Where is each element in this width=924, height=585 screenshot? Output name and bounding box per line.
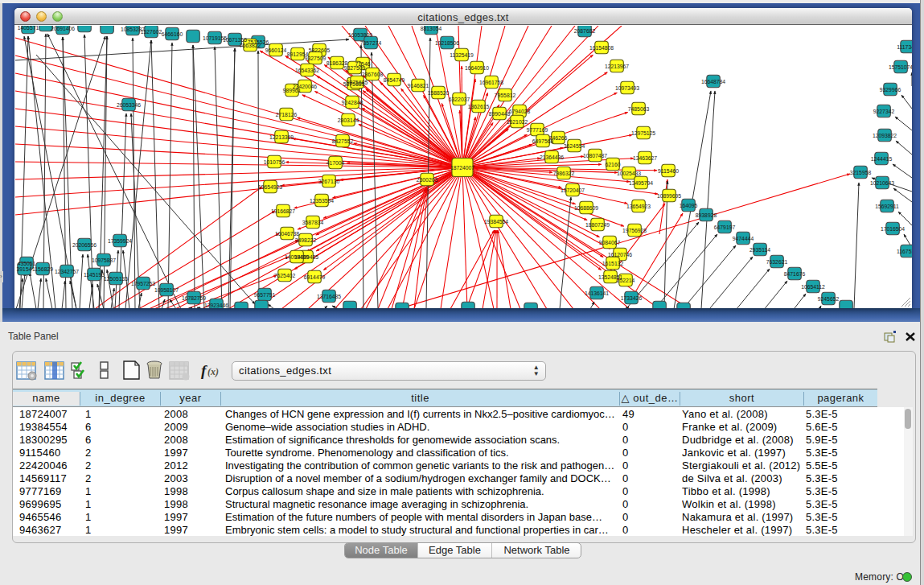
svg-text:2087682: 2087682 (574, 28, 596, 34)
svg-text:9660124: 9660124 (265, 47, 287, 53)
svg-text:16120746: 16120746 (608, 252, 632, 257)
svg-text:19756928: 19756928 (622, 228, 647, 233)
svg-text:9242848: 9242848 (342, 100, 363, 105)
svg-text:18724007: 18724007 (450, 165, 474, 171)
svg-text:f: f (201, 362, 207, 379)
svg-text:7485063: 7485063 (628, 106, 650, 112)
svg-text:1621022: 1621022 (507, 119, 528, 125)
svg-text:1010756: 1010756 (264, 159, 285, 165)
svg-text:10899695: 10899695 (657, 193, 681, 199)
svg-text:1145193: 1145193 (84, 272, 105, 278)
svg-text:14136141: 14136141 (585, 290, 609, 296)
svg-text:19654923: 19654923 (258, 184, 282, 190)
svg-text:1362615: 1362615 (468, 104, 490, 109)
svg-text:20206556: 20206556 (72, 242, 97, 248)
svg-text:17359924: 17359924 (108, 238, 132, 244)
svg-text:435051: 435051 (18, 261, 36, 266)
svg-text:1167534: 1167534 (897, 249, 912, 254)
svg-text:10975887: 10975887 (92, 257, 116, 263)
svg-text:9875685: 9875685 (347, 80, 368, 85)
svg-text:16782759: 16782759 (182, 295, 206, 301)
svg-text:6466160: 6466160 (162, 31, 183, 37)
svg-text:3624554: 3624554 (564, 143, 585, 149)
svg-text:9777169: 9777169 (527, 127, 548, 133)
svg-text:18807249: 18807249 (585, 222, 610, 228)
svg-text:10807487: 10807487 (583, 153, 607, 159)
svg-text:62160: 62160 (606, 162, 621, 167)
svg-text:12353594: 12353594 (310, 198, 334, 204)
svg-text:10973493: 10973493 (615, 85, 639, 91)
svg-text:10210643: 10210643 (870, 180, 894, 186)
svg-text:9327509: 9327509 (344, 65, 366, 71)
svg-text:13463627: 13463627 (633, 155, 657, 161)
svg-text:2803144: 2803144 (338, 117, 359, 123)
svg-text:17957253: 17957253 (131, 281, 155, 286)
svg-text:(x): (x) (207, 366, 219, 377)
svg-text:12342757: 12342757 (55, 269, 79, 274)
svg-text:39154: 39154 (17, 266, 32, 272)
svg-text:9474444: 9474444 (733, 236, 754, 241)
svg-text:6794028: 6794028 (509, 109, 531, 114)
svg-text:746266: 746266 (549, 135, 568, 141)
svg-text:7625402: 7625402 (274, 273, 296, 278)
svg-text:8990448: 8990448 (489, 111, 511, 117)
svg-text:1527602: 1527602 (141, 29, 162, 35)
svg-text:2867608: 2867608 (362, 72, 384, 77)
svg-text:2718126: 2718126 (276, 112, 298, 117)
svg-text:20691406: 20691406 (51, 26, 75, 31)
svg-text:164095: 164095 (680, 203, 698, 208)
svg-text:9146821: 9146821 (408, 83, 429, 89)
svg-text:19166827: 19166827 (271, 208, 295, 214)
svg-text:9227342: 9227342 (873, 109, 895, 114)
svg-text:1733426: 1733426 (621, 295, 643, 301)
svg-text:7663822: 7663822 (240, 43, 261, 48)
svg-text:9329966: 9329966 (880, 87, 901, 93)
svg-text:7857274: 7857274 (360, 40, 382, 46)
svg-text:12505135: 12505135 (104, 276, 128, 282)
svg-text:26053346: 26053346 (117, 102, 141, 108)
svg-text:12975125: 12975125 (631, 130, 655, 136)
svg-text:6914479: 6914479 (304, 274, 326, 280)
svg-text:16053809: 16053809 (348, 32, 372, 38)
svg-text:12923446: 12923446 (204, 303, 228, 308)
svg-text:9657791: 9657791 (254, 292, 276, 298)
svg-text:16543362: 16543362 (295, 68, 319, 73)
svg-text:1156829: 1156829 (32, 266, 53, 272)
svg-text:7955812: 7955812 (495, 93, 516, 98)
svg-text:3267130: 3267130 (318, 179, 340, 184)
svg-text:7986322: 7986322 (553, 171, 575, 176)
svg-text:21364436: 21364436 (540, 154, 564, 160)
svg-text:11325419: 11325419 (450, 52, 474, 58)
svg-text:13716485: 13716485 (317, 294, 341, 299)
svg-text:10958107: 10958107 (154, 287, 179, 293)
svg-text:1244415: 1244415 (871, 156, 893, 162)
svg-text:9084067: 9084067 (599, 240, 621, 245)
svg-text:17016504: 17016504 (881, 226, 905, 232)
svg-text:13654923: 13654923 (626, 204, 651, 209)
svg-text:1117342: 1117342 (897, 44, 912, 50)
svg-text:8938928: 8938928 (696, 212, 717, 218)
svg-text:2300203: 2300203 (417, 177, 438, 183)
svg-text:417004: 417004 (326, 160, 345, 166)
svg-text:16154808: 16154808 (589, 45, 614, 51)
svg-text:9115460: 9115460 (658, 168, 679, 174)
svg-text:6479197: 6479197 (714, 225, 736, 230)
svg-text:10654112: 10654112 (801, 284, 825, 290)
svg-text:14099489: 14099489 (285, 254, 309, 260)
svg-text:15692911: 15692911 (875, 204, 899, 209)
svg-text:8471676: 8471676 (784, 271, 806, 277)
svg-text:2935114: 2935114 (749, 247, 770, 253)
svg-text:12213369: 12213369 (269, 134, 294, 140)
svg-text:7632621: 7632621 (766, 259, 788, 265)
svg-text:15720407: 15720407 (561, 187, 585, 193)
svg-text:8813054: 8813054 (421, 26, 442, 31)
svg-text:3215958: 3215958 (850, 170, 872, 175)
svg-text:252214: 252214 (617, 278, 635, 283)
svg-text:16046738: 16046738 (275, 231, 299, 237)
svg-text:16961758: 16961758 (479, 80, 503, 85)
svg-text:8427552: 8427552 (332, 138, 354, 144)
svg-text:9327509: 9327509 (305, 56, 326, 61)
svg-text:5822605: 5822605 (309, 47, 331, 53)
svg-text:10671355: 10671355 (223, 37, 247, 43)
svg-text:12213967: 12213967 (605, 64, 629, 69)
